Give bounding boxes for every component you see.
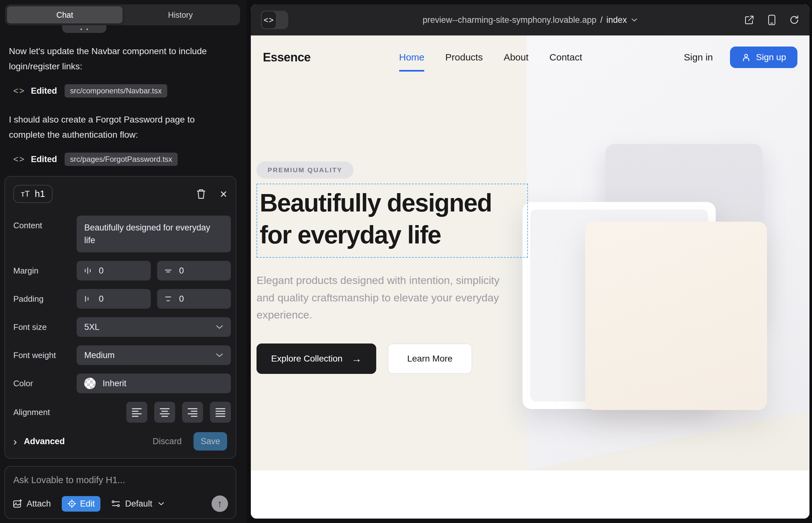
scrolled-chip-peek[interactable] (62, 25, 106, 33)
close-icon: × (220, 188, 227, 200)
padding-y-input[interactable]: 0 (157, 289, 231, 309)
nav-link-products[interactable]: Products (445, 35, 483, 79)
signup-button[interactable]: Sign up (730, 47, 797, 68)
align-right-icon (187, 408, 198, 417)
font-size-select[interactable]: 5XL (77, 317, 231, 337)
content-field-row: Content Beautifully designed for everyda… (13, 216, 231, 252)
padding-field-row: Padding 0 0 (13, 289, 231, 309)
nav-links: Home Products About Contact (399, 35, 582, 79)
hero-heading[interactable]: Beautifully designed for everyday life (260, 187, 524, 251)
chevron-down-icon (216, 325, 223, 329)
margin-x-input[interactable]: 0 (77, 261, 151, 281)
padding-label: Padding (13, 294, 77, 304)
prompt-input[interactable]: Ask Lovable to modify H1... (13, 475, 227, 485)
hero-bottom-wedge (527, 410, 810, 470)
nav-link-contact[interactable]: Contact (549, 35, 582, 79)
save-button[interactable]: Save (194, 432, 227, 451)
chat-message: Now let's update the Navbar component to… (9, 44, 220, 74)
editor-header: тT h1 × (13, 185, 231, 203)
close-panel-button[interactable]: × (220, 188, 227, 200)
open-external-button[interactable] (744, 15, 754, 25)
tab-history[interactable]: History (123, 6, 238, 23)
color-swatch (84, 378, 96, 389)
text-size-icon: тT (21, 189, 30, 199)
align-left-icon (131, 408, 142, 417)
chevron-down-icon (216, 353, 223, 357)
url-page[interactable]: index (606, 15, 627, 25)
margin-horizontal-icon (84, 267, 92, 275)
align-center-button[interactable] (154, 402, 175, 422)
site-viewport: Essence Home Products About Contact Sign… (251, 35, 810, 519)
content-label: Content (13, 216, 77, 231)
nav-link-home[interactable]: Home (399, 35, 424, 79)
advanced-row: › Advanced Discard Save (13, 432, 231, 451)
align-justify-button[interactable] (210, 402, 231, 422)
arrow-up-icon: ↑ (217, 498, 222, 509)
selected-element-outline[interactable]: Beautifully designed for everyday life (257, 184, 528, 258)
font-size-field-row: Font size 5XL (13, 317, 231, 337)
url-separator: / (600, 15, 603, 25)
align-left-button[interactable] (126, 402, 147, 422)
external-link-icon (744, 15, 754, 25)
code-toggle-segment[interactable]: <> (261, 11, 277, 29)
prompt-box[interactable]: Ask Lovable to modify H1... Attach (4, 466, 236, 519)
color-select[interactable]: Inherit (77, 374, 231, 393)
smartphone-icon (768, 15, 776, 25)
advanced-toggle[interactable]: Advanced (24, 437, 65, 446)
file-path-badge[interactable]: src/components/Navbar.tsx (65, 84, 167, 97)
color-field-row: Color Inherit (13, 374, 231, 393)
code-preview-toggle[interactable]: <> (261, 11, 288, 29)
margin-y-input[interactable]: 0 (157, 261, 231, 281)
url-domain[interactable]: preview--charming-site-symphony.lovable.… (423, 15, 597, 25)
font-weight-field-row: Font weight Medium (13, 345, 231, 365)
font-weight-label: Font weight (13, 350, 77, 360)
send-button[interactable]: ↑ (212, 495, 228, 512)
decor-card-cream (585, 222, 767, 410)
align-right-button[interactable] (182, 402, 203, 422)
margin-label: Margin (13, 266, 77, 276)
chevron-down-icon (158, 502, 164, 506)
url-bar: preview--charming-site-symphony.lovable.… (251, 4, 810, 35)
alignment-label: Alignment (13, 408, 77, 417)
content-textarea[interactable]: Beautifully designed for everyday life (77, 216, 231, 252)
mobile-view-button[interactable] (768, 15, 776, 25)
margin-field-row: Margin 0 0 (13, 261, 231, 281)
site-logo[interactable]: Essence (263, 51, 311, 64)
font-weight-select[interactable]: Medium (77, 345, 231, 365)
edited-file-row[interactable]: <> Edited src/pages/ForgotPassword.tsx (13, 152, 231, 166)
discard-button[interactable]: Discard (153, 437, 182, 446)
preview-window: <> preview--charming-site-symphony.lovab… (251, 4, 810, 519)
edited-file-row[interactable]: <> Edited src/components/Navbar.tsx (13, 84, 231, 97)
edited-label: Edited (31, 86, 57, 96)
edited-label: Edited (31, 155, 57, 164)
premium-quality-badge: PREMIUM QUALITY (257, 161, 353, 179)
site-navbar: Essence Home Products About Contact Sign… (251, 35, 810, 79)
refresh-button[interactable] (789, 15, 799, 25)
user-icon (741, 53, 751, 62)
chat-message: I should also create a Forgot Password p… (9, 112, 220, 142)
color-label: Color (13, 379, 77, 389)
signin-link[interactable]: Sign in (684, 52, 713, 63)
refresh-icon (789, 15, 799, 25)
attach-button[interactable]: Attach (13, 499, 51, 509)
browser-chrome: <> preview--charming-site-symphony.lovab… (251, 4, 810, 35)
align-center-icon (159, 408, 170, 417)
delete-element-button[interactable] (196, 188, 206, 200)
margin-vertical-icon (164, 267, 172, 275)
attach-image-icon (13, 499, 22, 508)
explore-collection-button[interactable]: Explore Collection → (257, 343, 376, 374)
padding-x-input[interactable]: 0 (77, 289, 151, 309)
target-icon (68, 499, 76, 508)
sidebar-tabbar: Chat History (5, 4, 240, 25)
file-path-badge[interactable]: src/pages/ForgotPassword.tsx (65, 152, 178, 166)
nav-link-about[interactable]: About (504, 35, 528, 79)
tab-chat[interactable]: Chat (7, 6, 123, 23)
selected-element-chip[interactable]: тT h1 (13, 185, 53, 203)
edit-mode-button[interactable]: Edit (62, 496, 101, 511)
learn-more-button[interactable]: Learn More (388, 343, 472, 374)
hero-subtext: Elegant products designed with intention… (257, 272, 508, 323)
chat-sidebar: Chat History Now let's update the Navbar… (0, 0, 246, 523)
alignment-field-row: Alignment (13, 402, 231, 422)
chevron-down-icon[interactable] (631, 18, 637, 22)
default-mode-button[interactable]: Default (111, 499, 164, 509)
